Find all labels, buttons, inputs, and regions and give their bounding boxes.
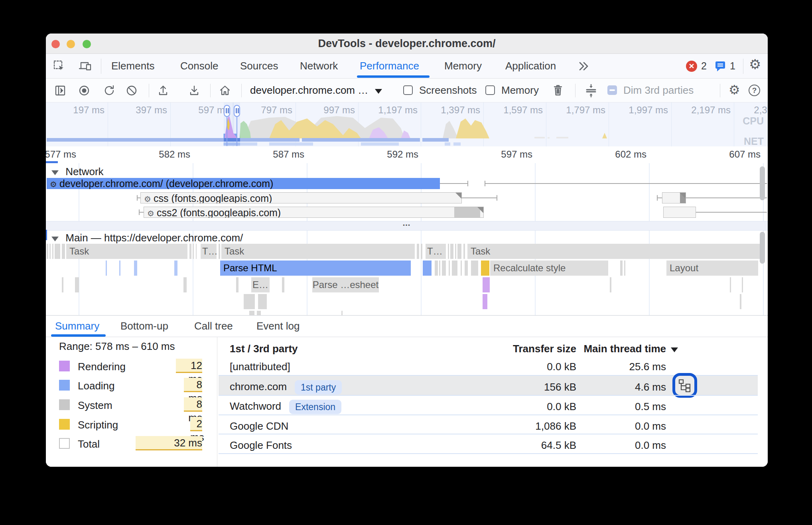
layout-bar[interactable]: Layout — [666, 261, 758, 276]
parse-html-bar[interactable]: Parse HTML — [220, 261, 411, 276]
flame-tick — [55, 244, 60, 259]
table-row-name[interactable]: [unattributed] — [230, 361, 290, 373]
flame-tick — [450, 244, 453, 259]
row-separator — [219, 453, 758, 454]
issue-count[interactable]: 1 — [730, 54, 735, 78]
column-header-party[interactable]: 1st / 3rd party — [230, 343, 298, 355]
memory-checkbox-label[interactable]: Memory — [501, 79, 539, 102]
flame-tick — [249, 311, 254, 315]
tab-console[interactable]: Console — [180, 54, 218, 78]
device-toolbar-icon[interactable] — [79, 60, 92, 74]
network-request-bar[interactable]: ⚙css2 (fonts.googleapis.com) — [144, 207, 484, 218]
divider — [241, 84, 242, 97]
memory-checkbox[interactable] — [485, 85, 495, 95]
screenshot-page: DevTools - developer.chrome.com/ Element… — [0, 0, 812, 525]
task-bar[interactable]: T… — [201, 244, 217, 259]
settings-gear-icon[interactable]: ⚙ — [749, 56, 761, 72]
timeline-overview[interactable]: 197 ms397 ms597 ms797 ms997 ms1,197 ms1,… — [46, 103, 768, 146]
main-scrollbar[interactable] — [760, 232, 765, 264]
legend-value: 2 ms — [190, 417, 202, 431]
more-tabs-icon[interactable] — [577, 61, 589, 73]
flame-tick — [439, 261, 440, 276]
task-bar[interactable]: Task — [221, 244, 415, 259]
home-icon[interactable] — [218, 84, 232, 99]
capture-settings-gear-icon[interactable]: ⚙ — [729, 82, 740, 97]
tab-network[interactable]: Network — [300, 54, 338, 78]
flame-tick — [189, 244, 191, 259]
legend-label: Rendering — [78, 361, 126, 373]
table-row-name[interactable]: Google Fonts — [230, 439, 292, 452]
selection-left-handle[interactable] — [224, 105, 230, 117]
inspect-element-icon[interactable] — [53, 60, 66, 74]
flame-row-children3[interactable] — [46, 311, 768, 315]
third-party-tree-button[interactable] — [672, 373, 697, 398]
collapse-sanitize-icon[interactable] — [584, 84, 598, 99]
tab-call-tree[interactable]: Call tree — [194, 316, 233, 337]
column-header-transfer[interactable]: Transfer size — [457, 343, 576, 355]
track-resize-handle[interactable]: ••• — [46, 221, 768, 231]
download-profile-icon[interactable] — [188, 84, 201, 99]
tab-sources[interactable]: Sources — [240, 54, 278, 78]
recalculate-style-bar[interactable]: Recalculate style — [490, 261, 608, 276]
issues-icon[interactable] — [715, 60, 727, 74]
record-icon[interactable] — [78, 84, 91, 99]
flame-row-parse[interactable]: Parse HTML Recalculate style Layout — [46, 261, 768, 276]
evaluate-bar[interactable]: E… — [251, 277, 270, 292]
request-whisker — [139, 212, 144, 213]
system-swatch — [59, 399, 70, 410]
network-request-bar[interactable] — [662, 192, 686, 203]
help-icon[interactable]: ? — [749, 85, 760, 96]
request-whisker — [485, 183, 767, 184]
flame-tick — [62, 244, 65, 259]
tab-performance[interactable]: Performance — [360, 54, 419, 78]
flame-tick — [421, 244, 422, 259]
screenshots-label[interactable]: Screenshots — [419, 79, 477, 102]
network-scrollbar[interactable] — [760, 166, 765, 200]
error-count[interactable]: 2 — [701, 54, 707, 78]
devtools-window: DevTools - developer.chrome.com/ Element… — [46, 34, 768, 467]
flame-tick — [465, 261, 468, 276]
task-bar[interactable]: Task — [66, 244, 187, 259]
detail-ruler: 577 ms582 ms587 ms592 ms597 ms602 ms607 … — [46, 146, 768, 163]
flame-row-tasks[interactable]: Task T… Task T… Task — [46, 244, 768, 259]
flame-row-children[interactable]: E… Parse …esheet — [46, 277, 768, 292]
clear-icon[interactable] — [125, 84, 138, 99]
flame-row-children2[interactable] — [46, 294, 768, 309]
tab-bottom-up[interactable]: Bottom-up — [120, 316, 168, 337]
selection-right-handle[interactable] — [234, 105, 240, 117]
task-bar[interactable]: Task — [467, 244, 760, 259]
error-badge-icon[interactable]: ✕ — [686, 61, 697, 72]
network-request-bar[interactable]: ⚙developer.chrome.com/ (developer.chrome… — [47, 178, 440, 189]
sort-descending-icon — [671, 347, 678, 352]
tab-memory[interactable]: Memory — [444, 54, 482, 78]
main-track-header[interactable]: Main — https://developer.chrome.com/ — [51, 232, 243, 244]
network-request-bar[interactable]: ⚙css (fonts.googleapis.com) — [140, 192, 462, 203]
request-whisker-tick — [497, 195, 497, 201]
network-request-bar[interactable] — [663, 207, 696, 218]
task-bar[interactable]: T… — [426, 244, 446, 259]
network-track-header[interactable]: Network — [51, 166, 104, 178]
toggle-sidebar-icon[interactable] — [54, 84, 67, 99]
table-row-name[interactable]: Google CDN — [230, 420, 288, 432]
upload-profile-icon[interactable] — [157, 84, 169, 99]
tab-summary[interactable]: Summary — [55, 316, 99, 337]
flame-tick — [75, 277, 79, 292]
table-row-name[interactable]: chrome.com1st party — [230, 379, 342, 395]
parse-html-bar[interactable] — [423, 261, 432, 276]
table-row-time: 0.0 ms — [552, 439, 666, 452]
table-row-name[interactable]: WatchwordExtension — [230, 399, 341, 414]
history-selector[interactable]: developer.chrome.com … — [250, 79, 382, 102]
dim-3rd-parties-checkbox[interactable] — [607, 85, 617, 95]
garbage-collect-icon[interactable] — [552, 84, 564, 99]
tab-elements[interactable]: Elements — [111, 54, 154, 78]
screenshots-checkbox[interactable] — [403, 85, 413, 95]
table-row-time: 4.6 ms — [552, 381, 666, 393]
tab-event-log[interactable]: Event log — [256, 316, 300, 337]
column-header-main-thread[interactable]: Main thread time — [564, 343, 678, 355]
reload-record-icon[interactable] — [103, 84, 116, 99]
tab-application[interactable]: Application — [505, 54, 556, 78]
flame-tick — [417, 244, 419, 259]
parse-stylesheet-bar[interactable]: Parse …esheet — [312, 277, 379, 292]
scripting-bar[interactable] — [481, 261, 489, 276]
pane-divider[interactable] — [217, 337, 217, 467]
